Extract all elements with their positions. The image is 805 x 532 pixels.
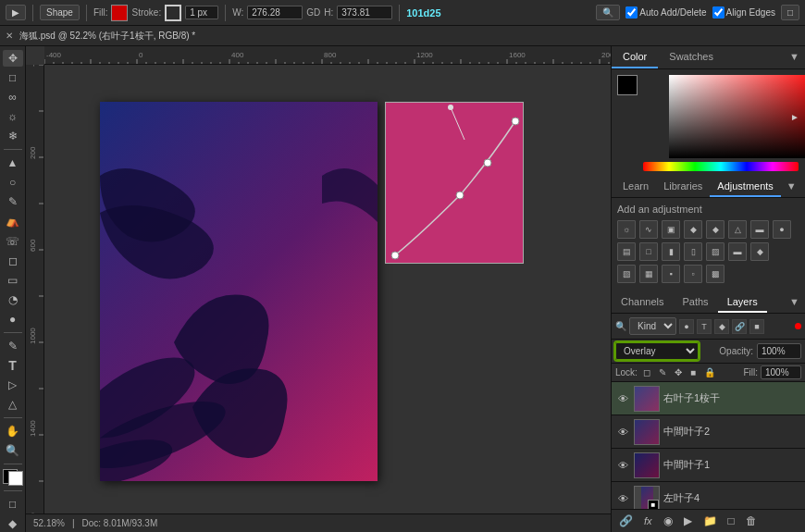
layer-item[interactable]: 👁 右叶子1桉干 — [612, 382, 805, 415]
path-select-tool[interactable]: ▷ — [3, 377, 23, 393]
filter-smart-icon[interactable]: ■ — [749, 319, 764, 334]
heal-tool[interactable]: ○ — [3, 174, 23, 191]
lock-all-btn[interactable]: 🔒 — [701, 366, 718, 378]
adj-brightness-btn[interactable]: ☼ — [617, 220, 636, 239]
adj-extra5-btn[interactable]: ▩ — [706, 265, 724, 283]
stamp-tool[interactable]: ⛺ — [3, 213, 23, 229]
adj-threshold-btn[interactable]: ▨ — [706, 242, 724, 261]
blend-mode-select[interactable]: Overlay — [615, 342, 699, 360]
lock-pixels-btn[interactable]: ✎ — [656, 366, 669, 378]
tab-color[interactable]: Color — [612, 46, 658, 68]
width-input[interactable] — [247, 6, 303, 19]
filter-pixel-icon[interactable]: ● — [679, 319, 694, 334]
layer-item[interactable]: 👁 中間叶子2 — [612, 415, 805, 449]
fg-color-swatch[interactable] — [617, 75, 638, 95]
layer-eye-0[interactable]: 👁 — [615, 391, 630, 406]
filter-toggle-dot[interactable] — [795, 323, 801, 329]
adj-vibrance-btn[interactable]: ◆ — [684, 220, 702, 239]
filter-adjust-icon[interactable]: T — [697, 319, 712, 334]
layer-eye-1[interactable]: 👁 — [615, 425, 630, 439]
shape-tool[interactable]: △ — [3, 396, 23, 413]
lasso-tool[interactable]: ∞ — [3, 89, 23, 105]
adj-channelmix-btn[interactable]: ▤ — [617, 242, 636, 261]
adj-selective-color-btn[interactable]: ◆ — [750, 242, 769, 261]
adj-extra2-btn[interactable]: ▦ — [639, 265, 658, 283]
adj-curves-btn[interactable]: ∿ — [639, 220, 658, 239]
eyedropper-tool[interactable]: ▲ — [3, 155, 23, 171]
stroke-size-input[interactable] — [185, 6, 218, 19]
lock-transparent-btn[interactable]: ◻ — [640, 366, 653, 378]
adj-hsl-btn[interactable]: ◆ — [706, 220, 724, 239]
adj-invert-btn[interactable]: ▮ — [662, 242, 680, 261]
tab-close-btn[interactable]: ✕ — [6, 31, 13, 41]
adj-colorbalance-btn[interactable]: △ — [728, 220, 747, 239]
dodge-tool[interactable]: ● — [3, 311, 23, 328]
adj-extra3-btn[interactable]: ▪ — [662, 265, 680, 283]
move-tool[interactable]: ✥ — [3, 50, 23, 67]
layer-adjust-btn[interactable]: ▶ — [680, 513, 696, 529]
zoom-tool[interactable]: 🔍 — [3, 442, 23, 459]
layer-item[interactable]: 👁 ■ 左叶子4 — [612, 482, 805, 509]
screen-mode-btn[interactable]: ◆ — [3, 515, 23, 532]
layer-delete-btn[interactable]: 🗑 — [742, 513, 761, 529]
filter-shape-icon[interactable]: 🔗 — [732, 319, 747, 334]
layers-panel-menu[interactable]: ▼ — [784, 292, 805, 313]
tab-paths[interactable]: Paths — [673, 292, 717, 313]
document-tab[interactable]: 海狐.psd @ 52.2% (右叶子1桉干, RGB/8) * — [19, 30, 195, 43]
brush-tool[interactable]: ✎ — [3, 193, 23, 210]
ps-logo-btn[interactable]: ▶ — [6, 5, 26, 20]
minimize-btn[interactable]: □ — [781, 5, 799, 20]
align-edges-check[interactable]: Align Edges — [712, 6, 775, 19]
fill-input[interactable] — [761, 365, 801, 379]
search-btn[interactable]: 🔍 — [596, 5, 620, 20]
adj-gradient-map-btn[interactable]: ▬ — [728, 242, 747, 261]
eraser-tool[interactable]: ◻ — [3, 253, 23, 269]
tab-swatches[interactable]: Swatches — [658, 46, 724, 68]
layer-mask-btn[interactable]: ◉ — [660, 513, 676, 529]
tab-channels[interactable]: Channels — [612, 292, 673, 313]
tab-learn[interactable]: Learn — [615, 177, 656, 197]
select-tool[interactable]: □ — [3, 69, 23, 86]
adj-extra4-btn[interactable]: ▫ — [684, 265, 702, 283]
filter-type-icon[interactable]: ◆ — [714, 319, 729, 334]
tab-libraries[interactable]: Libraries — [656, 177, 710, 197]
blur-tool[interactable]: ◔ — [3, 291, 23, 308]
layer-eye-3[interactable]: 👁 — [615, 491, 630, 506]
height-input[interactable] — [337, 6, 392, 19]
hand-tool[interactable]: ✋ — [3, 423, 23, 439]
layer-folder-btn[interactable]: 📁 — [700, 513, 721, 529]
layer-item[interactable]: 👁 中間叶子1 — [612, 449, 805, 482]
color-panel-menu[interactable]: ▼ — [784, 46, 805, 68]
tab-adjustments[interactable]: Adjustments — [710, 177, 781, 197]
gradient-tool[interactable]: ▭ — [3, 272, 23, 289]
hue-slider[interactable] — [643, 162, 799, 171]
auto-add-check[interactable]: Auto Add/Delete — [625, 6, 706, 19]
quick-mask-btn[interactable]: □ — [3, 496, 23, 513]
adj-exposure-btn[interactable]: ▣ — [662, 220, 680, 239]
foreground-background-colors[interactable] — [3, 469, 23, 486]
adj-photofilt-btn[interactable]: ● — [773, 220, 791, 239]
layer-link-btn[interactable]: 🔗 — [615, 513, 637, 529]
layer-eye-2[interactable]: 👁 — [615, 458, 630, 473]
crop-tool[interactable]: ❄ — [3, 128, 23, 144]
layer-kind-select[interactable]: Kind — [629, 317, 676, 335]
layer-fx-btn[interactable]: fx — [640, 513, 656, 528]
adj-posterize-btn[interactable]: ▯ — [684, 242, 702, 261]
opacity-input[interactable] — [757, 343, 801, 359]
color-spectrum-arrow[interactable]: ► — [790, 112, 799, 122]
adj-panel-menu[interactable]: ▼ — [781, 177, 802, 197]
lock-position-btn[interactable]: ✥ — [672, 366, 685, 378]
adj-extra1-btn[interactable]: ▧ — [617, 265, 636, 283]
color-gradient-field[interactable] — [669, 75, 805, 158]
stroke-icon[interactable] — [165, 5, 181, 21]
adj-lookup-btn[interactable]: □ — [639, 242, 658, 261]
fill-color-box[interactable] — [111, 5, 128, 21]
canvas-content[interactable] — [44, 65, 611, 513]
quick-select-tool[interactable]: ☼ — [3, 108, 23, 125]
adj-bw-btn[interactable]: ▬ — [750, 220, 769, 239]
history-brush-tool[interactable]: ☏ — [3, 233, 23, 250]
text-tool[interactable]: T — [3, 357, 23, 374]
layer-new-btn[interactable]: □ — [724, 513, 738, 529]
background-color[interactable] — [8, 471, 23, 486]
pen-tool[interactable]: ✎ — [3, 338, 23, 354]
